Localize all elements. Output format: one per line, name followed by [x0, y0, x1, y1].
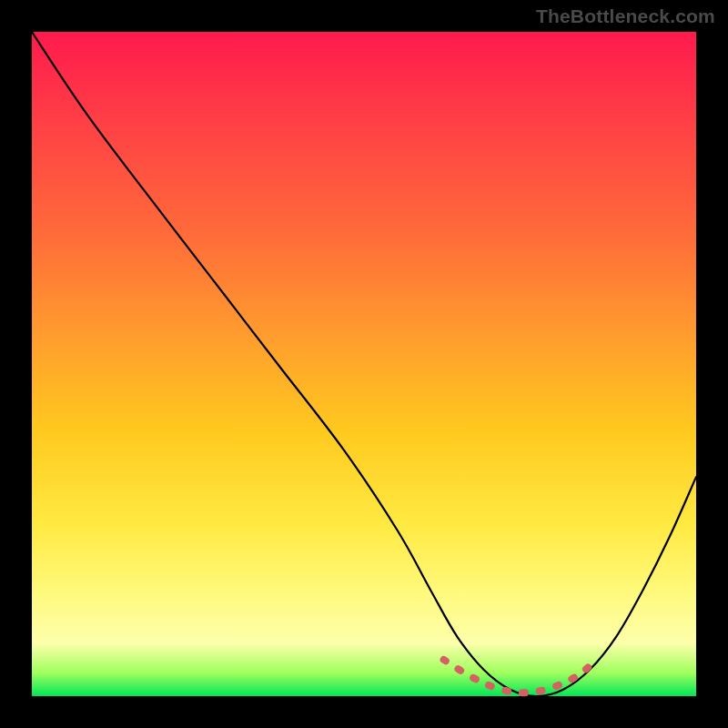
- chart-frame: TheBottleneck.com: [0, 0, 728, 728]
- optimal-zone-marker: [444, 660, 597, 693]
- curve-layer: [32, 32, 696, 696]
- bottleneck-curve: [32, 32, 696, 696]
- plot-area: [32, 32, 696, 696]
- watermark-label: TheBottleneck.com: [536, 5, 715, 27]
